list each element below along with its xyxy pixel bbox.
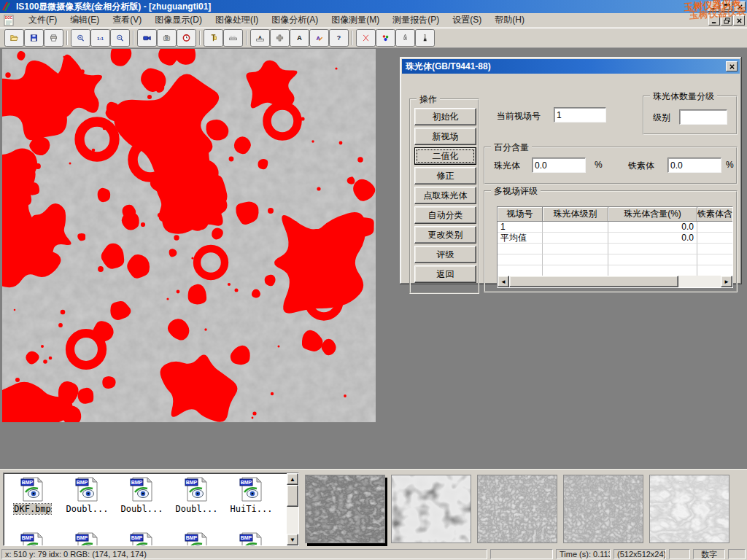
minimize-button[interactable] [708,1,719,12]
menu-item-7[interactable]: 图像测量(M) [325,12,386,28]
thumbnail-3[interactable] [477,475,557,543]
menu-item-9[interactable]: 设置(S) [446,12,488,28]
count-points-icon[interactable] [376,29,395,47]
pen-icon[interactable] [395,29,415,47]
time-status: Time (s): 0.113 [556,549,611,559]
file-item[interactable]: BMPHuiTi... [224,476,279,514]
thumbnail-1[interactable] [305,475,385,543]
file-item[interactable]: BMPDKF.bmp [5,476,60,514]
op-button-1[interactable]: 初始化 [414,108,476,125]
scroll-left-icon[interactable]: ◄ [498,276,509,287]
save-icon[interactable] [24,29,44,47]
svg-text:BMP: BMP [240,480,252,485]
help-icon[interactable]: ? [329,29,349,47]
annotate-icon[interactable]: A [309,29,329,47]
rating-cell: 0.0 [608,222,697,233]
zoom-in-icon[interactable] [71,29,90,47]
op-button-3[interactable]: 二值化 [414,147,476,165]
print-icon[interactable] [44,29,63,47]
rating-table-row [498,244,732,254]
menu-item-2[interactable]: 编辑(E) [63,12,106,28]
brush-icon[interactable] [415,29,435,47]
ferrite-percent-input[interactable] [667,158,721,173]
merge-icon[interactable] [270,29,290,47]
vscroll-thumb[interactable] [287,485,298,507]
rating-col-header-4: 铁素体含量(%) [697,207,733,222]
thumbnail-5[interactable] [649,475,729,543]
scroll-up-icon[interactable]: ▲ [287,473,298,485]
rating-cell [543,265,608,276]
open-icon[interactable] [4,29,24,47]
level-label: 级别 [653,112,670,124]
mdi-minimize-button[interactable] [708,15,720,26]
op-button-6[interactable]: 自动分类 [414,206,476,224]
video-camera-icon[interactable] [137,29,157,47]
ferrite-percent-sign: % [726,160,734,170]
file-name: HuiTi... [231,504,273,514]
svg-text:1:1: 1:1 [97,36,104,41]
percent-group-label: 百分含量 [491,141,532,154]
ruler-icon[interactable] [223,29,243,47]
dialog-title-bar[interactable]: 珠光体(GB/T9441-88) [402,59,740,74]
menu-item-3[interactable]: 查看(V) [106,12,148,28]
rating-table-row[interactable]: 平均值0.0 [498,233,732,244]
micrograph-image[interactable] [2,49,376,422]
rating-cell [498,244,543,254]
text-icon[interactable]: A [290,29,309,47]
mdi-close-button[interactable] [733,15,745,26]
menu-item-10[interactable]: 帮助(H) [488,12,531,28]
svg-text:BMP: BMP [21,480,33,485]
menu-item-1[interactable]: 文件(F) [22,12,63,28]
op-button-7[interactable]: 更改类别 [414,226,476,244]
op-button-9[interactable]: 返回 [414,265,476,283]
zoom-out-icon[interactable] [110,29,130,47]
thumbnail-2[interactable] [391,475,471,543]
window-title: IS100显微摄像系统(金相分析版) - [zhuguangti01] [16,1,211,13]
mdi-restore-button[interactable] [721,15,732,26]
svg-text:BMP: BMP [131,480,142,485]
rating-table-row[interactable]: 10.0 [498,222,732,233]
menu-item-8[interactable]: 测量报告(P) [386,12,446,28]
timer-icon[interactable] [177,29,196,47]
rating-cell: 平均值 [498,233,543,244]
file-item[interactable]: BMP [60,532,115,546]
dialog-close-button[interactable] [726,61,738,71]
close-button[interactable] [734,1,746,12]
grading-group-label: 珠光体数量分级 [650,90,717,103]
file-item[interactable]: BMP [169,532,224,546]
filelist-vscrollbar[interactable]: ▲ ▼ [287,473,298,545]
rating-cell [543,233,608,244]
op-button-5[interactable]: 点取珠光体 [414,187,476,204]
scroll-right-icon[interactable]: ► [721,276,732,287]
maximize-button[interactable] [721,1,732,12]
file-item[interactable]: BMPDoubl... [115,476,169,514]
scroll-down-icon[interactable]: ▼ [287,534,298,545]
file-item[interactable]: BMP [224,532,279,546]
op-button-8[interactable]: 评级 [414,246,476,263]
curve-cut-icon[interactable] [356,29,376,47]
current-field-input[interactable] [554,107,606,122]
menu-item-5[interactable]: 图像处理(I) [209,12,265,28]
bmp-file-icon: BMP [74,476,101,502]
file-item[interactable]: BMPDoubl... [169,476,224,514]
op-button-4[interactable]: 修正 [414,167,476,184]
level-input[interactable] [679,109,727,125]
measure-text-icon[interactable]: A [250,29,270,47]
capture-icon[interactable] [157,29,177,47]
thumbnail-4[interactable] [563,475,643,543]
file-item[interactable]: BMP [115,532,169,546]
menu-item-6[interactable]: 图像分析(A) [265,12,325,28]
menu-item-4[interactable]: 图像显示(D) [148,12,209,28]
file-item[interactable]: BMPDoubl... [60,476,115,514]
file-row: BMPDKF.bmpBMPDoubl...BMPDoubl...BMPDoubl… [5,476,279,514]
toolbar-separator [352,31,353,45]
height-gauge-icon[interactable] [204,29,223,47]
rating-table-header: 视场号珠光体级别珠光体含量(%)铁素体含量(%) [498,207,732,222]
hscroll-thumb[interactable] [509,276,678,287]
op-button-2[interactable]: 新视场 [414,128,476,145]
pearlite-percent-input[interactable] [532,158,586,173]
actual-size-icon[interactable]: 1:1 [90,29,110,47]
bmp-file-icon: BMP [239,476,265,502]
file-item[interactable]: BMP [5,532,60,546]
table-hscrollbar[interactable]: ◄ ► [498,276,732,287]
